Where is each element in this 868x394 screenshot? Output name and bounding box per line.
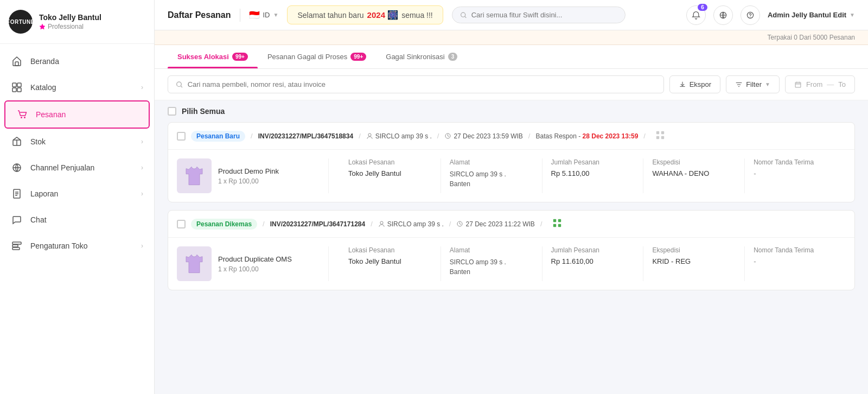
order-user: SIRCLO amp 39 s . [366, 132, 432, 140]
svg-rect-28 [553, 219, 556, 222]
col-label: Jumlah Pesanan [551, 246, 635, 254]
col-value: WAHANA - DENO [652, 169, 736, 177]
order-action-button[interactable] [550, 216, 564, 232]
order-header: Pesanan Dikemas / INV/20231227/MPL/36471… [168, 211, 854, 238]
order-status-badge: Pesanan Baru [191, 131, 245, 142]
lang-selector[interactable]: 🇮🇩 ID ▼ [249, 10, 279, 20]
order-card: Pesanan Dikemas / INV/20231227/MPL/36471… [168, 210, 855, 290]
order-user: SIRCLO amp 39 s . [378, 220, 444, 228]
avatar: FORTUNE [9, 10, 33, 34]
product-qty: 1 x Rp 100,00 [218, 265, 292, 273]
svg-point-14 [461, 12, 465, 17]
user-icon [378, 220, 385, 227]
col-label: Alamat [450, 246, 533, 254]
chevron-down-icon: ▼ [273, 12, 279, 18]
global-search-input[interactable] [471, 11, 617, 19]
col-nomor: Nomor Tanda Terima - [745, 158, 846, 193]
bell-icon [692, 11, 700, 20]
svg-point-17 [750, 16, 750, 17]
sidebar-item-stok[interactable]: Stok › [0, 129, 154, 155]
sidebar-item-beranda[interactable]: Beranda [0, 48, 154, 74]
sidebar-item-channel[interactable]: Channel Penjualan › [0, 155, 154, 181]
filter-button[interactable]: Filter ▼ [726, 75, 780, 93]
store-info: Toko Jelly Bantul Professional [39, 13, 101, 30]
page-title: Daftar Pesanan [168, 10, 231, 20]
chevron-down-icon: ▼ [850, 12, 855, 18]
user-icon [366, 132, 373, 139]
select-all-row: Pilih Semua [155, 100, 868, 122]
banner-year: 2024 🎆 [367, 10, 399, 20]
global-search [452, 7, 626, 23]
calendar-icon [794, 81, 802, 88]
col-value: SIRCLO amp 39 s .Banten [450, 169, 533, 189]
order-invoice: INV/20231227/MPL/3647171284 [270, 220, 365, 228]
product-details: Product Demo Pink 1 x Rp 100,00 [218, 167, 279, 185]
sidebar-item-laporan[interactable]: Laporan › [0, 181, 154, 207]
search-icon [176, 81, 183, 88]
tab-count-sinkronisasi: 3 [448, 53, 458, 61]
tab-gagal-sinkronisasi[interactable]: Gagal Sinkronisasi 3 [376, 45, 467, 68]
sidebar-item-label: Laporan [30, 189, 133, 198]
chevron-right-icon: › [141, 164, 143, 171]
product-name: Product Duplicate OMS [218, 255, 292, 263]
tab-count-gagal: 99+ [350, 53, 366, 61]
notification-button[interactable]: 6 [686, 5, 706, 25]
col-label: Ekspedisi [652, 246, 736, 254]
product-name: Product Demo Pink [218, 167, 279, 175]
flag-icon: 🇮🇩 [249, 10, 260, 20]
help-button[interactable] [741, 5, 760, 25]
svg-point-18 [177, 81, 182, 86]
deadline-value: 28 Dec 2023 13:59 [583, 132, 639, 140]
svg-rect-11 [12, 242, 21, 244]
col-nomor: Nomor Tanda Terima - [745, 246, 846, 281]
admin-info[interactable]: Admin Jelly Bantul Edit ▼ [768, 11, 855, 19]
order-card: Pesanan Baru / INV/20231227/MPL/36475188… [168, 122, 855, 202]
chevron-right-icon: › [141, 84, 143, 91]
svg-rect-22 [656, 131, 659, 134]
grid-icon [655, 130, 665, 140]
order-time: 27 Dec 2023 13:59 WIB [444, 132, 522, 140]
svg-rect-23 [661, 131, 664, 134]
order-checkbox[interactable] [177, 132, 186, 141]
product-details: Product Duplicate OMS 1 x Rp 100,00 [218, 255, 292, 273]
quota-bar: Terpakai 0 Dari 5000 Pesanan [155, 30, 868, 45]
product-info: Product Demo Pink 1 x Rp 100,00 [177, 158, 329, 193]
date-range-picker[interactable]: From — To [785, 75, 855, 93]
col-label: Alamat [450, 158, 533, 166]
svg-point-26 [380, 221, 383, 224]
tab-sukses-alokasi[interactable]: Sukses Alokasi 99+ [168, 45, 258, 68]
filter-icon [735, 81, 743, 88]
language-button[interactable] [713, 5, 733, 25]
col-value: - [754, 257, 837, 265]
svg-rect-25 [661, 136, 664, 139]
sidebar-item-label: Katalog [30, 83, 133, 92]
col-label: Nomor Tanda Terima [754, 158, 837, 166]
order-action-button[interactable] [653, 128, 667, 144]
sidebar-item-pesanan[interactable]: Pesanan [4, 100, 150, 129]
export-button[interactable]: Ekspor [669, 75, 720, 93]
select-all-checkbox[interactable] [168, 107, 176, 116]
sidebar: FORTUNE Toko Jelly Bantul Professional B… [0, 0, 155, 394]
sidebar-item-pengaturan[interactable]: Pengaturan Toko › [0, 233, 154, 259]
sidebar-item-katalog[interactable]: Katalog › [0, 74, 154, 100]
order-time: 27 Dec 2023 11:22 WIB [456, 220, 534, 228]
order-deadline: Batas Respon - 28 Dec 2023 13:59 [535, 132, 638, 140]
order-invoice: INV/20231227/MPL/3647518834 [258, 132, 353, 140]
col-ekspedisi: Ekspedisi KRID - REG [643, 246, 745, 281]
chevron-down-icon: ▼ [765, 81, 770, 87]
topbar-divider [240, 9, 240, 22]
product-image [177, 246, 212, 281]
col-value: Rp 5.110,00 [551, 169, 635, 177]
order-search-input[interactable] [188, 80, 656, 88]
svg-point-6 [21, 117, 22, 118]
order-body: Product Demo Pink 1 x Rp 100,00 Lokasi P… [168, 150, 854, 202]
col-label: Nomor Tanda Terima [754, 246, 837, 254]
order-body: Product Duplicate OMS 1 x Rp 100,00 Loka… [168, 238, 854, 290]
clock-icon [456, 220, 463, 227]
sidebar-item-chat[interactable]: Chat [0, 207, 154, 233]
tab-pesanan-gagal[interactable]: Pesanan Gagal di Proses 99+ [258, 45, 376, 68]
order-checkbox[interactable] [177, 220, 186, 228]
orders-list: Pesanan Baru / INV/20231227/MPL/36475188… [155, 122, 868, 303]
select-all-label: Pilih Semua [182, 107, 225, 116]
banner-text: Selamat tahun baru [297, 11, 363, 20]
